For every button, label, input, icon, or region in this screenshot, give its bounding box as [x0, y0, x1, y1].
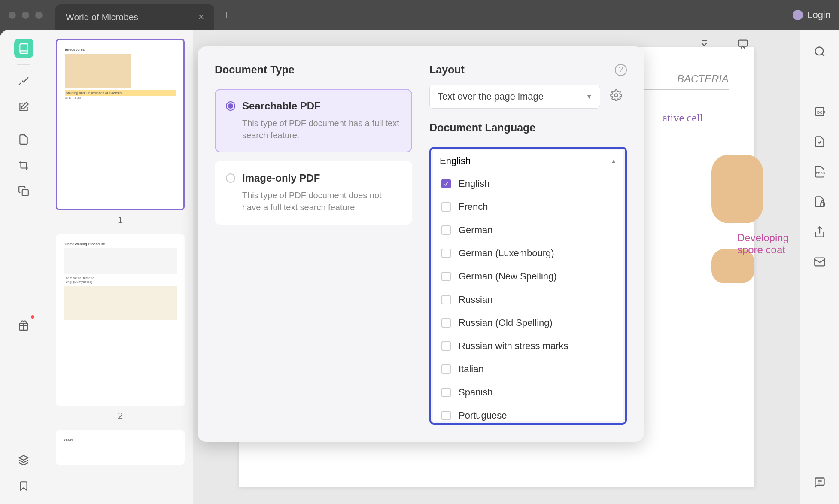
- checkbox-icon: [441, 225, 451, 235]
- gift-icon[interactable]: [14, 316, 33, 335]
- login-label: Login: [807, 9, 830, 21]
- checkbox-icon: [441, 272, 451, 281]
- page-thumbnail-1[interactable]: Endospores Staining and Observation of B…: [56, 39, 185, 210]
- language-list: English French German German (Luxembourg…: [433, 172, 623, 421]
- language-selected: English: [440, 155, 471, 167]
- ocr-icon[interactable]: OCR: [811, 103, 828, 120]
- language-option-german[interactable]: German: [433, 219, 623, 242]
- chevron-down-icon: ▼: [586, 93, 592, 100]
- share-icon[interactable]: [811, 223, 828, 240]
- language-dropdown[interactable]: English ▲ English French German: [429, 147, 627, 425]
- checkbox-icon: [441, 318, 451, 328]
- checkbox-icon: [441, 364, 451, 374]
- language-option-german-luxembourg[interactable]: German (Luxembourg): [433, 242, 623, 265]
- login-button[interactable]: Login: [793, 9, 830, 21]
- checkbox-icon: [441, 249, 451, 258]
- chevron-up-icon: ▲: [611, 158, 617, 164]
- left-sidebar: [0, 30, 47, 504]
- layout-dropdown[interactable]: Text over the page image ▼: [429, 85, 600, 109]
- avatar-icon: [793, 10, 803, 20]
- book-icon[interactable]: [14, 39, 33, 58]
- language-option-italian[interactable]: Italian: [433, 358, 623, 381]
- help-icon[interactable]: ?: [615, 64, 627, 76]
- option-title: Image-only PDF: [242, 172, 320, 184]
- right-sidebar: OCR PDF/A: [800, 30, 839, 504]
- ocr-settings-modal: Document Type Searchable PDF This type o…: [198, 46, 644, 442]
- presentation-icon[interactable]: [737, 38, 749, 52]
- searchable-pdf-option[interactable]: Searchable PDF This type of PDF document…: [215, 89, 412, 152]
- language-input[interactable]: English ▲: [433, 150, 623, 172]
- maximize-window-button[interactable]: [35, 12, 43, 19]
- language-option-german-new-spelling[interactable]: German (New Spelling): [433, 265, 623, 288]
- radio-checked-icon: [226, 101, 235, 111]
- mail-icon[interactable]: [811, 253, 828, 270]
- checkbox-icon: [441, 295, 451, 304]
- thumbnail-number: 1: [56, 215, 185, 226]
- minimize-window-button[interactable]: [22, 12, 29, 19]
- page-thumbnail-3[interactable]: Yeast: [56, 430, 185, 465]
- tab-close-button[interactable]: ×: [198, 12, 204, 23]
- convert-icon[interactable]: [811, 133, 828, 150]
- search-icon[interactable]: [811, 43, 828, 60]
- language-heading: Document Language: [429, 121, 627, 134]
- crop-icon[interactable]: [14, 155, 33, 175]
- svg-rect-0: [22, 189, 28, 195]
- chevron-down-icon[interactable]: [699, 39, 709, 51]
- language-option-portuguese[interactable]: Portuguese: [433, 404, 623, 421]
- copy-icon[interactable]: [14, 181, 33, 200]
- checkbox-checked-icon: [441, 179, 451, 188]
- tab-title: World of Microbes: [66, 12, 138, 22]
- title-bar: World of Microbes × + Login: [0, 0, 839, 30]
- radio-unchecked-icon: [226, 173, 235, 183]
- language-option-spanish[interactable]: Spanish: [433, 381, 623, 404]
- option-description: This type of PDF document does not have …: [242, 189, 401, 213]
- window-controls: [9, 12, 43, 19]
- checkbox-icon: [441, 388, 451, 397]
- lock-file-icon[interactable]: [811, 193, 828, 210]
- svg-text:PDF/A: PDF/A: [816, 171, 825, 175]
- layout-settings-button[interactable]: [605, 85, 627, 106]
- pdfa-icon[interactable]: PDF/A: [811, 163, 828, 180]
- svg-rect-2: [739, 40, 748, 46]
- checkbox-icon: [441, 411, 451, 420]
- svg-text:OCR: OCR: [817, 110, 826, 115]
- highlighter-icon[interactable]: [14, 71, 33, 91]
- layout-heading: Layout: [429, 64, 465, 76]
- thumbnail-number: 2: [56, 410, 185, 422]
- document-type-heading: Document Type: [215, 64, 412, 76]
- close-window-button[interactable]: [9, 12, 16, 19]
- svg-point-9: [615, 94, 618, 97]
- option-title: Searchable PDF: [242, 100, 321, 112]
- comment-icon[interactable]: [811, 474, 828, 491]
- thumbnail-panel: Endospores Staining and Observation of B…: [47, 30, 193, 504]
- edit-text-icon[interactable]: [14, 97, 33, 116]
- annotation: Developing spore coat: [737, 232, 789, 256]
- language-option-russian-old-spelling[interactable]: Russian (Old Spelling): [433, 311, 623, 334]
- document-tab[interactable]: World of Microbes ×: [55, 4, 214, 30]
- svg-point-3: [815, 47, 824, 55]
- language-option-russian-stress-marks[interactable]: Russian with stress marks: [433, 334, 623, 358]
- language-option-french[interactable]: French: [433, 195, 623, 219]
- checkbox-icon: [441, 202, 451, 212]
- language-option-english[interactable]: English: [433, 172, 623, 195]
- page-thumbnail-2[interactable]: Gram Staining Procedure Example of Bacte…: [56, 234, 185, 406]
- language-option-russian[interactable]: Russian: [433, 288, 623, 311]
- new-tab-button[interactable]: +: [223, 8, 231, 22]
- layout-value: Text over the page image: [438, 91, 544, 102]
- image-only-pdf-option[interactable]: Image-only PDF This type of PDF document…: [215, 161, 412, 225]
- option-description: This type of PDF document has a full tex…: [242, 117, 401, 141]
- layers-icon[interactable]: [14, 450, 33, 470]
- pages-icon[interactable]: [14, 130, 33, 149]
- annotation: ative cell: [662, 112, 703, 124]
- bookmark-icon[interactable]: [14, 476, 33, 495]
- checkbox-icon: [441, 341, 451, 351]
- section-label: BACTERIA: [677, 73, 729, 85]
